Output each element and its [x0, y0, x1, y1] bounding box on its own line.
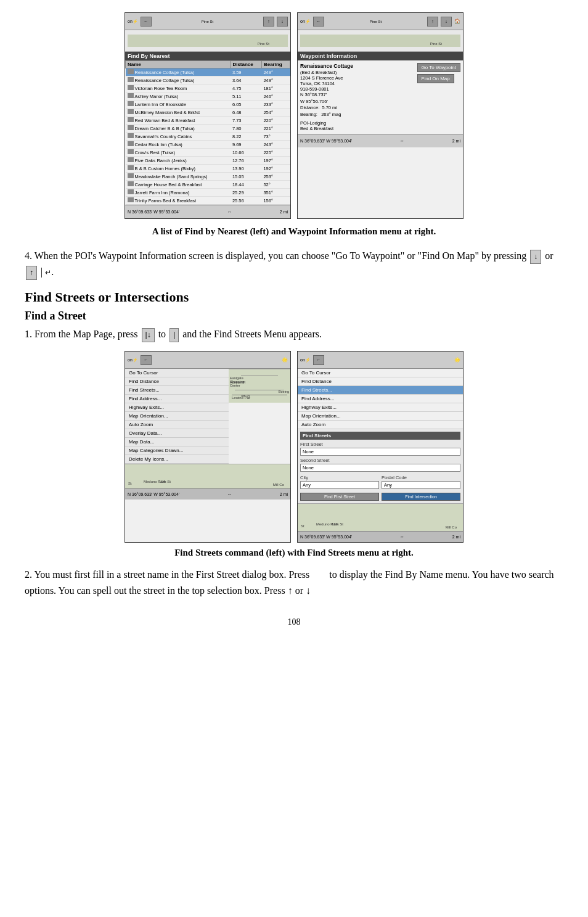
postal-input[interactable]: Any — [382, 481, 460, 489]
section-heading: Find Streets or Intersections — [25, 289, 563, 306]
city-postal-row: City Any Postal Code Any — [300, 473, 460, 490]
nearest-name: Lantern Inn Of Brookside — [126, 101, 231, 109]
nearest-dist: 25.56 — [231, 197, 262, 205]
go-to-waypoint-btn[interactable]: Go To Waypoint — [417, 63, 460, 72]
nearest-dist: 3.59 — [231, 68, 262, 76]
toolbar-btn-2[interactable]: ↑ — [263, 17, 274, 27]
fs-btn-r1[interactable]: ← — [313, 355, 324, 365]
nearest-bearing: 197° — [261, 157, 290, 165]
menu-overlay-data[interactable]: Overlay Data... — [125, 429, 229, 438]
nearest-bearing: 254° — [261, 109, 290, 117]
nearest-dist: 7.80 — [231, 125, 262, 133]
menu-find-address[interactable]: Find Address... — [125, 395, 229, 403]
fs-auto-zoom[interactable]: Auto Zoom — [298, 421, 463, 429]
fs-highway-exits[interactable]: Highway Exits... — [298, 403, 463, 412]
wp-subtitle: (Bed & Breakfast) — [300, 70, 353, 75]
nearest-table-row: Meadowlake Ranch (Sand Springs) 15.05 25… — [126, 173, 290, 181]
nearest-bearing: 246° — [261, 93, 290, 101]
fs-find-streets[interactable]: Find Streets... — [298, 386, 463, 395]
caption-bottom: Find Streets command (left) with Find St… — [25, 548, 563, 558]
nearest-table-row: Renaissance Cottage (Tulsa) 3.59 249° — [126, 68, 290, 76]
nearest-name: Red Woman Bed & Breakfast — [126, 117, 231, 125]
nearest-name: Renaissance Cottage (Tulsa) — [126, 76, 231, 84]
find-on-map-btn[interactable]: Find On Map — [417, 74, 454, 83]
map-label-eastgate: EastgateShoppingCenter — [230, 376, 244, 387]
fs-right-coords: N 36°09.633' W 95°53.004' — [300, 535, 352, 539]
fs-left-map: Lewine Par Admiral Pl EastgateShoppingCe… — [229, 369, 290, 403]
toolbar-btn-r1[interactable]: ← — [313, 17, 324, 27]
col-bearing: Bearing — [261, 61, 290, 68]
fs-map-orientation[interactable]: Map Orientation... — [298, 412, 463, 421]
menu-map-categories[interactable]: Map Categories Drawn... — [125, 446, 229, 455]
nearest-dist: 15.05 — [231, 173, 262, 181]
toolbar-btn-r2[interactable]: ↑ — [427, 17, 438, 27]
nearest-name: Crow's Rest (Tulsa) — [126, 149, 231, 157]
nearest-dist: 4.75 — [231, 84, 262, 93]
city-input[interactable]: Any — [300, 481, 379, 489]
nearest-table-row: Victorian Rose Tea Room 4.75 181° — [126, 84, 290, 93]
fs-toolbar-right: on⚡ ← 🌟 — [298, 352, 463, 369]
toolbar-btn-3[interactable]: ↓ — [277, 17, 288, 27]
fs-find-address[interactable]: Find Address... — [298, 395, 463, 403]
wp-bearing: Bearing: 263° mag — [300, 112, 460, 118]
menu-highway-exits[interactable]: Highway Exits... — [125, 403, 229, 412]
body-para-3: 2. You must first fill in a street name … — [25, 567, 563, 598]
nearest-bearing: 233° — [261, 101, 290, 109]
wp-lat: N 36°08.737' — [300, 92, 460, 99]
col-name: Name — [126, 61, 231, 68]
find-by-nearest-screen: on⚡ ← Pine St ↑ ↓ Pine St Find By Neares… — [125, 12, 291, 219]
second-street-label: Second Street — [300, 458, 460, 463]
fs-right-scale: 2 mi — [452, 535, 460, 539]
nearest-name: Savannah's Country Cabins — [126, 133, 231, 141]
first-street-input[interactable]: None — [300, 448, 460, 456]
nearest-table-row: Lantern Inn Of Brookside 6.05 233° — [126, 101, 290, 109]
nearest-name: Victorian Rose Tea Room — [126, 84, 231, 93]
fs-left-content: Go To Cursor Find Distance Find Streets.… — [125, 369, 290, 464]
fs-go-to-cursor[interactable]: Go To Cursor — [298, 369, 463, 377]
nearest-name: Renaissance Cottage (Tulsa) — [126, 68, 231, 76]
nearest-name: Carriage House Bed & Breakfast — [126, 181, 231, 189]
find-intersection-btn[interactable]: Find Intersection — [382, 493, 460, 501]
wp-name: Renaissance Cottage — [300, 63, 353, 69]
fs-btn-l1[interactable]: ← — [141, 355, 152, 365]
nearest-bearing: 351° — [261, 189, 290, 197]
second-street-input[interactable]: None — [300, 464, 460, 472]
find-first-street-btn[interactable]: Find First Street — [300, 493, 379, 501]
menu-map-orientation[interactable]: Map Orientation... — [125, 412, 229, 421]
nearest-bearing: 220° — [261, 117, 290, 125]
find-streets-left-screen: on⚡ ← 🌟 Go To Cursor Find Distance Find … — [125, 351, 291, 543]
down-arrow-btn: ↓ — [530, 250, 541, 264]
map-label-boeing: Boeing — [279, 390, 289, 393]
menu-map-data[interactable]: Map Data... — [125, 438, 229, 446]
fs-right-top-menu: Go To Cursor Find Distance Find Streets.… — [298, 369, 463, 429]
toolbar-btn-r3[interactable]: ↓ — [441, 17, 452, 27]
toolbar-btn-1[interactable]: ← — [141, 17, 152, 27]
city-label: City — [300, 475, 379, 480]
nearest-table-row: Savannah's Country Cabins 8.22 73° — [126, 133, 290, 141]
postal-label: Postal Code — [382, 475, 460, 480]
fs-menu-list: Go To Cursor Find Distance Find Streets.… — [125, 369, 229, 464]
menu-delete-icons[interactable]: Delete My Icons... — [125, 455, 229, 464]
scale-left: 2 mi — [280, 210, 288, 214]
menu-auto-zoom[interactable]: Auto Zoom — [125, 421, 229, 429]
wp-poi-sub: Bed & Breakfast — [300, 126, 460, 131]
wp-city: Tulsa, OK 74104 — [300, 81, 353, 86]
nearest-table-row: B & B Custom Homes (Bixby) 13.90 192° — [126, 165, 290, 173]
fs-find-distance[interactable]: Find Distance — [298, 377, 463, 386]
page-number: 108 — [25, 617, 563, 627]
coords-left: N 36°09.633' W 95°53.004' — [128, 210, 179, 214]
nearest-dist: 3.64 — [231, 76, 262, 84]
caption-top: A list of Find by Nearest (left) and Way… — [25, 225, 563, 238]
col-distance: Distance — [231, 61, 262, 68]
menu-find-distance[interactable]: Find Distance — [125, 377, 229, 386]
nearest-table-row: McBirney Mansion Bed & Brkfst 6.48 254° — [126, 109, 290, 117]
nearest-dist: 13.90 — [231, 165, 262, 173]
menu-go-to-cursor[interactable]: Go To Cursor — [125, 369, 229, 377]
find-streets-right-screen: on⚡ ← 🌟 Go To Cursor Find Distance Find … — [297, 351, 463, 543]
wp-poi-type: POI-Lodging — [300, 120, 460, 126]
first-street-label: First Street — [300, 442, 460, 447]
menu-find-streets[interactable]: Find Streets... — [125, 386, 229, 395]
fs-left-coords: N 36°09.633' W 95°53.004' — [128, 492, 179, 496]
nearest-table-row: Five Oaks Ranch (Jenks) 12.76 197° — [126, 157, 290, 165]
nearest-table-row: Crow's Rest (Tulsa) 10.66 225° — [126, 149, 290, 157]
